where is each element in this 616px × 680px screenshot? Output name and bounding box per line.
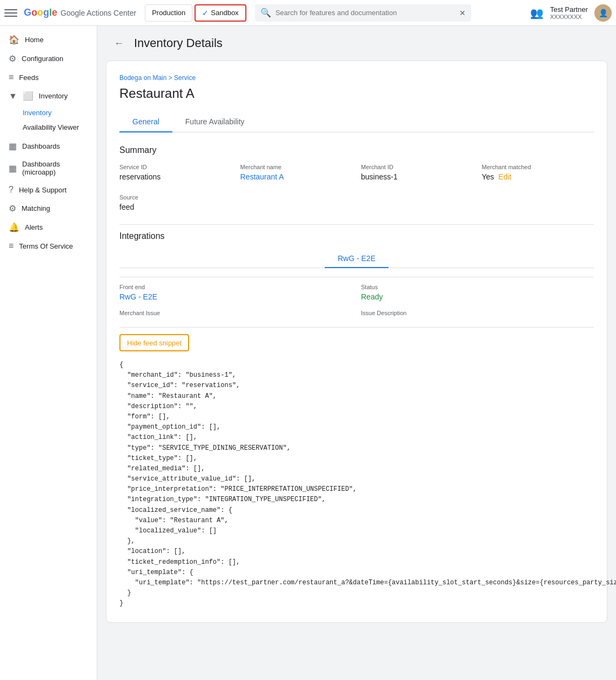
page-title: Inventory Details <box>134 36 223 50</box>
search-input[interactable] <box>276 9 455 17</box>
avatar[interactable]: 👤 <box>594 4 612 22</box>
integration-detail-grid: Front end RwG - E2E Status Ready <box>119 284 594 301</box>
app-name: Google Actions Center <box>61 9 136 17</box>
user-sub: XXXXXXXX <box>550 14 588 20</box>
sidebar-label-home: Home <box>25 36 44 44</box>
source-label: Source <box>119 194 594 201</box>
summary-grid: Service ID reservations Merchant name Re… <box>119 164 594 181</box>
issue-desc-label: Issue Description <box>361 310 594 316</box>
search-bar: 🔍 ✕ <box>255 4 471 22</box>
sidebar-label-matching: Matching <box>22 204 50 212</box>
sidebar-item-dashboards[interactable]: ▦ Dashboards <box>0 137 92 156</box>
restaurant-name: Restaurant A <box>119 86 594 101</box>
topbar: Google Google Actions Center Production … <box>0 0 616 26</box>
merchant-name-label: Merchant name <box>240 164 353 170</box>
app-logo: Google Google Actions Center <box>24 7 136 18</box>
integrations-title: Integrations <box>119 231 594 241</box>
integration-tab: RwG - E2E <box>119 250 594 268</box>
sidebar-label-availability-viewer: Availability Viewer <box>23 123 79 131</box>
issue-desc-item: Issue Description <box>361 310 594 318</box>
main-content: ← Inventory Details Bodega on Main > Ser… <box>97 26 616 680</box>
sidebar-item-alerts[interactable]: 🔔 Alerts <box>0 218 92 237</box>
breadcrumb-link[interactable]: Bodega on Main <box>119 74 166 82</box>
alerts-icon: 🔔 <box>9 222 19 232</box>
user-info: Test Partner XXXXXXXX <box>550 5 588 20</box>
sidebar-item-availability-viewer[interactable]: Availability Viewer <box>0 120 92 135</box>
sidebar-group-inventory: ▼ ⬜ Inventory Inventory Availability Vie… <box>0 86 97 135</box>
tab-future-availability[interactable]: Future Availability <box>172 112 257 132</box>
sidebar-item-home[interactable]: 🏠 Home <box>0 30 92 49</box>
sidebar-item-feeds[interactable]: ≡ Feeds <box>0 68 92 86</box>
home-icon: 🏠 <box>9 35 19 45</box>
dashboards-microapp-icon: ▦ <box>9 163 17 174</box>
merchant-issue-item: Merchant Issue <box>119 310 352 318</box>
sidebar-item-matching[interactable]: ⚙ Matching <box>0 199 92 218</box>
divider-3 <box>119 327 594 328</box>
status-label: Status <box>361 284 594 290</box>
sidebar-item-inventory-parent[interactable]: ▼ ⬜ Inventory <box>0 86 92 105</box>
sidebar-item-configuration[interactable]: ⚙ Configuration <box>0 49 92 68</box>
terms-icon: ≡ <box>9 241 14 251</box>
merchant-id-label: Merchant ID <box>361 164 473 170</box>
matching-icon: ⚙ <box>9 203 16 214</box>
front-end-label: Front end <box>119 284 352 290</box>
env-selector: Production ✓ Sandbox <box>145 4 246 22</box>
front-end-value[interactable]: RwG - E2E <box>119 292 352 301</box>
breadcrumb-sep: > <box>169 74 174 82</box>
sidebar-label-alerts: Alerts <box>25 223 43 231</box>
sidebar-label-inventory-sub: Inventory <box>23 109 51 117</box>
merchant-name-value[interactable]: Restaurant A <box>240 172 353 181</box>
service-id-item: Service ID reservations <box>119 164 232 181</box>
tab-general[interactable]: General <box>119 112 172 132</box>
source-value: feed <box>119 203 594 211</box>
merchant-matched-row: Yes Edit <box>482 172 594 181</box>
merchant-matched-yes: Yes <box>482 172 494 181</box>
feeds-icon: ≡ <box>9 72 14 82</box>
production-btn[interactable]: Production <box>145 4 192 22</box>
merchant-name-item: Merchant name Restaurant A <box>240 164 353 181</box>
merchant-issue-row: Merchant Issue Issue Description <box>119 310 594 318</box>
sidebar-item-terms[interactable]: ≡ Terms Of Service <box>0 237 92 255</box>
search-icon: 🔍 <box>260 8 271 18</box>
divider-1 <box>119 224 594 225</box>
inventory-icon: ⬜ <box>23 91 34 101</box>
summary-title: Summary <box>119 145 594 155</box>
clear-icon[interactable]: ✕ <box>459 9 466 17</box>
page-header: ← Inventory Details <box>97 26 616 61</box>
merchant-id-value: business-1 <box>361 172 473 181</box>
hide-feed-snippet-button[interactable]: Hide feed snippet <box>119 334 189 351</box>
divider-2 <box>119 277 594 277</box>
breadcrumb: Bodega on Main > Service <box>119 74 594 82</box>
hamburger-menu[interactable] <box>4 6 17 19</box>
content-card: Bodega on Main > Service Restaurant A Ge… <box>106 61 607 623</box>
sidebar-item-inventory[interactable]: Inventory <box>0 105 92 120</box>
dashboards-icon: ▦ <box>9 141 17 151</box>
topbar-right: 👥 Test Partner XXXXXXXX 👤 <box>530 4 612 22</box>
status-item: Status Ready <box>361 284 594 301</box>
integration-tab-rwg[interactable]: RwG - E2E <box>325 250 389 268</box>
json-code-block: { "merchant_id": "business-1", "service_… <box>119 360 594 609</box>
sidebar-item-dashboards-microapp[interactable]: ▦ Dashboards (microapp) <box>0 156 92 181</box>
merchant-id-item: Merchant ID business-1 <box>361 164 473 181</box>
help-icon: ? <box>9 185 14 195</box>
service-id-label: Service ID <box>119 164 232 170</box>
people-icon[interactable]: 👥 <box>530 6 544 19</box>
sidebar-label-inventory: Inventory <box>39 92 68 100</box>
edit-link[interactable]: Edit <box>498 172 511 181</box>
service-id-value: reservations <box>119 172 232 181</box>
config-icon: ⚙ <box>9 54 16 64</box>
sidebar-item-help-support[interactable]: ? Help & Support <box>0 181 92 199</box>
source-row: Source feed <box>119 194 594 211</box>
status-value: Ready <box>361 292 594 301</box>
expand-icon: ▼ <box>9 91 17 101</box>
breadcrumb-page: Service <box>174 74 196 82</box>
back-button[interactable]: ← <box>110 35 128 52</box>
merchant-matched-item: Merchant matched Yes Edit <box>482 164 594 181</box>
layout: 🏠 Home ⚙ Configuration ≡ Feeds ▼ ⬜ Inven… <box>0 26 616 680</box>
tabs: General Future Availability <box>119 112 594 132</box>
sidebar-label-help-support: Help & Support <box>19 186 66 194</box>
sidebar-label-dashboards-microapp: Dashboards (microapp) <box>22 160 84 176</box>
sandbox-btn[interactable]: ✓ Sandbox <box>195 4 246 22</box>
sidebar-label-terms: Terms Of Service <box>19 242 73 250</box>
merchant-matched-label: Merchant matched <box>482 164 594 170</box>
